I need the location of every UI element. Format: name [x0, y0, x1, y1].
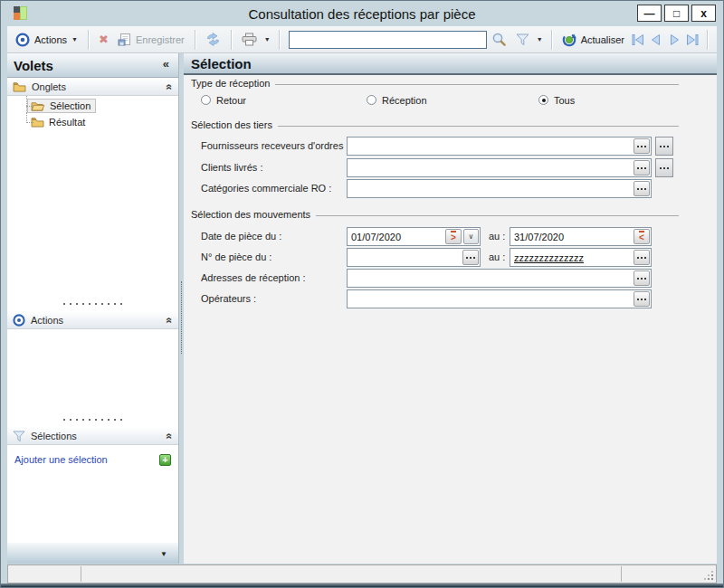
addresses-input[interactable] [348, 270, 633, 287]
sidebar-title: Volets [14, 58, 53, 73]
piece-from-ellipsis-button[interactable] [462, 250, 479, 265]
sidebar-item-label: Résultat [49, 117, 85, 128]
print-button[interactable] [237, 31, 262, 48]
nav-prev-button[interactable] [647, 32, 665, 48]
filter-button[interactable] [511, 32, 534, 48]
group-label: Sélection des tiers [191, 119, 272, 130]
piece-from-input[interactable] [348, 249, 462, 266]
nav-next-button[interactable] [665, 32, 683, 48]
au-label: au : [489, 227, 505, 246]
categories-input[interactable] [348, 180, 633, 197]
maximize-button[interactable]: □ [664, 5, 689, 22]
search-icon [491, 32, 507, 47]
date-from-go-button[interactable]: > [445, 229, 462, 244]
field-label: Opérateurs : [201, 289, 256, 308]
pane-collapse-icon[interactable]: « [163, 57, 169, 71]
operators-input[interactable] [348, 290, 633, 308]
radio-retour[interactable]: Retour [201, 94, 246, 106]
group-type-reception: Type de réception [191, 78, 679, 89]
radio-icon [201, 95, 211, 105]
search-button[interactable] [487, 30, 511, 49]
collapse-chevron-icon: « [164, 318, 176, 324]
radio-label: Réception [382, 95, 427, 106]
app-icon [14, 6, 27, 20]
search-input[interactable] [289, 31, 487, 49]
folder-icon [13, 81, 26, 92]
actions-label: Actions [34, 34, 67, 45]
window-bottom-edge [1, 583, 723, 587]
scroll-down-icon: ▼ [160, 550, 167, 558]
section-actions-label: Actions [31, 315, 161, 326]
ellipsis-icon [466, 257, 468, 259]
clients-input[interactable] [348, 159, 633, 176]
refresh-button[interactable]: Actualiser [557, 31, 629, 49]
statusbar-divider [621, 566, 622, 582]
actions-menu-button[interactable]: Actions ▼ [11, 31, 82, 49]
add-selection-plus-button[interactable]: + [159, 454, 171, 466]
section-selections-label: Sélections [31, 431, 161, 441]
dropdown-icon: ▼ [537, 36, 543, 43]
sidebar-item-resultat[interactable]: Résultat [7, 114, 178, 129]
addresses-ellipsis-button[interactable] [634, 270, 650, 286]
filter-dropdown-button[interactable]: ▼ [534, 34, 546, 44]
sidebar-scroll-down-button[interactable]: ▼ [7, 542, 178, 564]
group-label: Sélection des mouvements [191, 209, 310, 220]
resize-grip[interactable] [703, 570, 713, 580]
date-from-input[interactable] [348, 228, 444, 245]
splitter-handle[interactable] [63, 303, 123, 305]
date-from-dropdown-button[interactable]: ∨ [463, 229, 479, 244]
section-actions-header[interactable]: Actions « [7, 311, 178, 329]
radio-reception[interactable]: Réception [367, 94, 427, 106]
sync-icon [205, 33, 221, 46]
minimize-button[interactable]: — [637, 5, 662, 22]
close-button[interactable]: x [691, 5, 716, 22]
radio-tous[interactable]: Tous [538, 94, 575, 106]
refresh-icon [562, 33, 576, 47]
ellipsis-icon [637, 257, 639, 259]
save-button[interactable]: Enregistrer [113, 31, 189, 48]
categories-ellipsis-button[interactable] [634, 181, 650, 196]
go-back-icon: < [639, 231, 644, 242]
sync-button[interactable] [201, 31, 225, 48]
main-panel: Sélection Type de réception Retour Récep… [184, 53, 717, 564]
toolbar: Actions ▼ ✖ Enregistrer [7, 26, 717, 53]
printer-icon [242, 33, 257, 46]
section-onglets-header[interactable]: Onglets « [7, 78, 178, 96]
group-mouvements: Sélection des mouvements [191, 209, 679, 220]
clients-browse-button[interactable] [655, 158, 673, 177]
operators-ellipsis-button[interactable] [634, 291, 650, 307]
print-dropdown-button[interactable]: ▼ [262, 34, 273, 44]
field-label: Clients livrés : [201, 158, 262, 177]
app-window: Consultation des réceptions par pièce — … [0, 0, 724, 588]
separator [707, 30, 708, 50]
fournisseurs-ellipsis-button[interactable] [634, 138, 650, 154]
bullseye-icon [15, 33, 30, 47]
sidebar-item-selection[interactable]: Sélection [7, 98, 178, 113]
radio-label: Retour [216, 95, 246, 106]
save-label: Enregistrer [136, 34, 185, 45]
field-label: Date de pièce du : [201, 227, 281, 246]
nav-first-button[interactable] [629, 32, 647, 48]
separator [279, 30, 280, 50]
field-label: N° de pièce du : [201, 248, 272, 267]
fournisseurs-browse-button[interactable] [655, 137, 673, 156]
window-title: Consultation des réceptions par pièce [1, 6, 723, 22]
piece-to-ellipsis-button[interactable] [634, 250, 650, 265]
clients-ellipsis-button[interactable] [634, 160, 650, 175]
nav-last-button[interactable] [683, 32, 701, 48]
splitter-handle[interactable] [181, 281, 182, 354]
delete-button[interactable]: ✖ [94, 32, 113, 47]
page-title: Sélection [191, 56, 252, 71]
field-label: Fournisseurs receveurs d'ordres : [201, 137, 349, 156]
add-selection-link[interactable]: Ajouter une sélection [14, 454, 159, 465]
section-selections-header[interactable]: Sélections « [7, 427, 178, 445]
sidebar-item-label: Sélection [50, 100, 90, 111]
date-to-input[interactable] [510, 228, 633, 245]
piece-to-input[interactable] [510, 249, 633, 266]
radio-label: Tous [554, 95, 575, 106]
splitter-handle[interactable] [63, 419, 123, 421]
field-label: Catégories commerciale RO : [201, 179, 331, 198]
fournisseurs-input[interactable] [348, 138, 633, 155]
date-to-go-button[interactable]: < [634, 229, 650, 244]
separator [551, 30, 552, 50]
